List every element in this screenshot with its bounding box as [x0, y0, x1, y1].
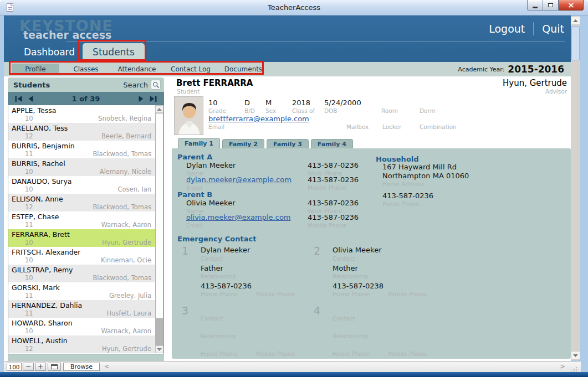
- last-page-button[interactable]: [147, 96, 160, 102]
- contact-number: 1: [182, 245, 188, 257]
- subtab-classes[interactable]: Classes: [64, 64, 108, 75]
- app-window: TeacherAccess KEYSTONE teacher access Lo…: [0, 0, 588, 377]
- home-phone-label: Home Phone: [201, 291, 238, 297]
- main-scrollbar-thumb[interactable]: [571, 26, 580, 60]
- family-tab-4[interactable]: Family 4: [311, 139, 353, 148]
- tab-students[interactable]: Students: [83, 43, 145, 61]
- home-phone-label: Home Phone: [333, 350, 370, 357]
- student-row-grade: 10: [25, 115, 33, 122]
- relationship-label: Relationship: [333, 333, 368, 339]
- logout-button[interactable]: Logout: [489, 23, 525, 35]
- family-tab-3[interactable]: Family 3: [267, 139, 309, 148]
- relationship-label: Relationship: [333, 273, 368, 280]
- student-row-name: DANAUDO, Surya: [12, 177, 71, 185]
- field-grade: 10 Grade: [208, 99, 226, 114]
- field-email: brettferrarra@example.com Email: [208, 115, 309, 130]
- quit-button[interactable]: Quit: [542, 23, 564, 35]
- student-row[interactable]: HOWARD, Sharon 10 Warnack, Aaron: [8, 318, 163, 335]
- dob-value: 5/24/2000: [324, 99, 361, 107]
- session-separator: [533, 22, 534, 35]
- student-row-advisor: Beerle, Bernard: [101, 132, 151, 140]
- prev-page-button[interactable]: [25, 96, 36, 102]
- subtab-profile[interactable]: Profile: [12, 64, 59, 75]
- student-list-header: Students Search: [8, 78, 164, 92]
- student-row[interactable]: ESTEP, Chase 11 Warnack, Aaron: [8, 211, 163, 229]
- maximize-button[interactable]: [543, 0, 559, 11]
- student-row-name: FERRARRA, Brett: [12, 230, 70, 239]
- subtab-attendance[interactable]: Attendance: [113, 64, 161, 75]
- academic-year: Academic Year: 2015-2016: [458, 62, 564, 76]
- field-sex: M Sex: [265, 99, 276, 114]
- student-row[interactable]: ARELLANO, Tess 12 Beerle, Bernard: [8, 123, 163, 141]
- student-list-rows: APPLE, Tessa 10 Snobeck, Regina ARELLANO…: [8, 105, 163, 353]
- search-button[interactable]: Search: [123, 81, 148, 89]
- close-button[interactable]: [559, 0, 584, 11]
- student-row-name: HOWARD, Sharon: [12, 319, 73, 327]
- student-row[interactable]: GILLSTRAP, Remy 10 Blackwood, Tomas: [8, 265, 163, 282]
- hscroll-left-icon[interactable]: <: [104, 363, 110, 370]
- list-panel-footer: [8, 354, 164, 361]
- zoom-in-button[interactable]: +: [35, 363, 46, 371]
- zoom-out-button[interactable]: −: [23, 363, 34, 371]
- student-row[interactable]: HERNANDEZ, Dahlia 11 Husfelt, Laura: [8, 300, 163, 318]
- student-row-advisor: Hyun, Gertrude: [102, 345, 151, 353]
- window-title: TeacherAccess: [0, 3, 588, 12]
- minimize-icon: [533, 7, 538, 8]
- search-icon[interactable]: [151, 80, 161, 90]
- student-row[interactable]: FERRARRA, Brett 10 Hyun, Gertrude: [8, 229, 163, 247]
- student-row-name: APPLE, Tessa: [12, 106, 56, 115]
- student-row-advisor: Alemany, Nicole: [100, 168, 151, 175]
- list-scrollbar-thumb[interactable]: [155, 113, 163, 319]
- academic-year-label: Academic Year:: [458, 66, 504, 73]
- subtab-documents[interactable]: Documents: [220, 64, 267, 75]
- student-row[interactable]: APPLE, Tessa 10 Snobeck, Regina: [8, 105, 163, 123]
- contact-number: 4: [314, 304, 320, 317]
- student-row[interactable]: BURRIS, Rachel 10 Alemany, Nicole: [8, 158, 163, 176]
- list-scrollbar[interactable]: [155, 105, 163, 353]
- student-row-grade: 10: [25, 185, 33, 193]
- next-page-button[interactable]: [136, 96, 147, 102]
- student-photo: [174, 96, 203, 135]
- student-row-name: BURRIS, Rachel: [12, 159, 65, 168]
- student-name: Brett FERRARRA: [176, 78, 253, 88]
- student-row[interactable]: HOWELL, Austin 12 Hyun, Gertrude: [8, 335, 163, 353]
- student-email-link[interactable]: brettferrarra@example.com: [208, 115, 309, 123]
- mode-selector[interactable]: Browse: [63, 363, 100, 371]
- student-row[interactable]: BURRIS, Benjamin 11 Blackwood, Tomas: [8, 141, 163, 158]
- field-dob: 5/24/2000 DOB: [324, 99, 361, 114]
- main-scroll-down-icon[interactable]: [571, 351, 580, 360]
- mobile-phone-label: Mobile Phone: [388, 291, 427, 297]
- family-tab-1[interactable]: Family 1: [178, 138, 220, 148]
- zoom-level[interactable]: 100: [7, 363, 22, 371]
- student-row-grade: 11: [25, 150, 33, 158]
- field-class-of: 2018 Class of: [292, 99, 315, 114]
- minimize-button[interactable]: [527, 0, 543, 11]
- subtab-contact-log[interactable]: Contact Log: [166, 64, 215, 75]
- main-scroll-up-icon[interactable]: [571, 16, 580, 25]
- hscroll-right-icon[interactable]: >: [560, 363, 565, 370]
- mobile-phone-label: Mobile Phone: [388, 350, 427, 357]
- grade-label: Grade: [208, 107, 226, 114]
- list-scroll-down-icon[interactable]: [155, 345, 163, 353]
- emergency-grid: 1 Dylan Meeker Contact Father Relationsh…: [172, 148, 571, 359]
- home-phone-label: Home Phone: [333, 291, 370, 297]
- first-page-button[interactable]: [12, 96, 25, 102]
- student-row-grade: 12: [25, 345, 33, 353]
- close-icon: [568, 3, 574, 8]
- student-row[interactable]: ELLISON, Anne 12 Blackwood, Tomas: [8, 194, 163, 211]
- student-row[interactable]: FRITSCH, Alexander 10 Kinneman, Ocie: [8, 247, 163, 265]
- dorm-label: Dorm: [420, 107, 436, 114]
- student-row-advisor: Snobeck, Regina: [98, 115, 151, 122]
- student-row-advisor: Blackwood, Tomas: [93, 274, 151, 282]
- student-row[interactable]: DANAUDO, Surya 10 Cosen, Ian: [8, 176, 163, 194]
- family-tab-2[interactable]: Family 2: [222, 139, 264, 148]
- list-scroll-up-icon[interactable]: [155, 105, 163, 113]
- tab-dashboard[interactable]: Dashboard: [16, 43, 83, 61]
- toolbar-toggle-button[interactable]: [48, 363, 61, 371]
- app-header: KEYSTONE teacher access Logout Quit Dash…: [4, 16, 571, 62]
- family-panel: Parent A Dylan Meeker Name 413-587-0236 …: [172, 148, 571, 359]
- student-row[interactable]: GORSKI, Mark 11 Greeley, Julia: [8, 282, 163, 300]
- main-scrollbar[interactable]: [571, 16, 580, 360]
- student-row-name: ARELLANO, Tess: [12, 124, 68, 132]
- student-row-advisor: Warnack, Aaron: [101, 327, 151, 335]
